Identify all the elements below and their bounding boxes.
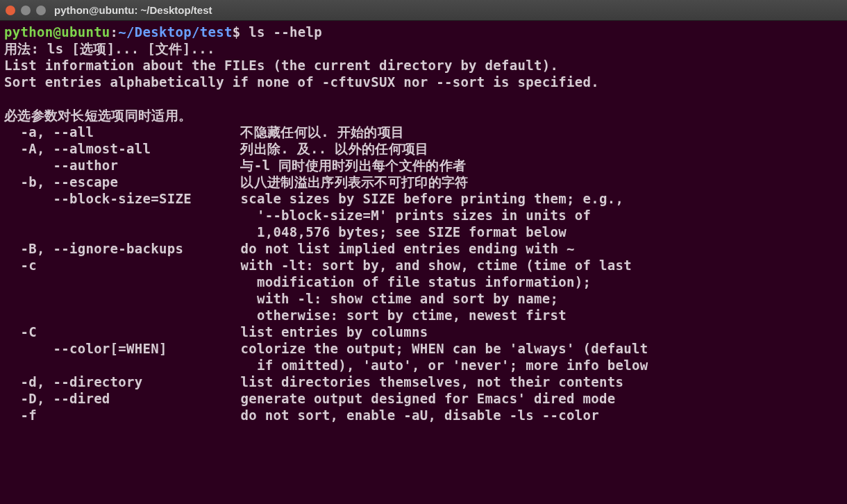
output-line: -C list entries by columns bbox=[4, 324, 428, 339]
minimize-icon[interactable] bbox=[21, 6, 31, 15]
prompt-path: ~/Desktop/test bbox=[118, 24, 232, 40]
output-line: with -l: show ctime and sort by name; bbox=[4, 291, 558, 306]
output-line: -B, --ignore-backups do not list implied… bbox=[4, 241, 575, 256]
output-line: 用法: ls [选项]... [文件]... bbox=[4, 41, 215, 56]
output-line: 必选参数对长短选项同时适用。 bbox=[4, 108, 192, 123]
output-line: -A, --almost-all 列出除. 及.. 以外的任何项目 bbox=[4, 141, 428, 156]
output-line: '--block-size=M' prints sizes in units o… bbox=[4, 208, 591, 223]
output-line: -c with -lt: sort by, and show, ctime (t… bbox=[4, 258, 632, 273]
window-titlebar: python@ubuntu: ~/Desktop/test bbox=[0, 0, 847, 21]
output-line: --author 与-l 同时使用时列出每个文件的作者 bbox=[4, 158, 466, 173]
output-line: 1,048,576 bytes; see SIZE format below bbox=[4, 224, 567, 240]
prompt-user-host: python@ubuntu bbox=[4, 24, 110, 40]
output-line: List information about the FILEs (the cu… bbox=[4, 58, 558, 73]
window-title: python@ubuntu: ~/Desktop/test bbox=[54, 4, 212, 16]
output-line: -b, --escape 以八进制溢出序列表示不可打印的字符 bbox=[4, 174, 469, 190]
output-line: --color[=WHEN] colorize the output; WHEN… bbox=[4, 341, 648, 356]
maximize-icon[interactable] bbox=[36, 6, 46, 15]
window-controls bbox=[6, 6, 46, 15]
prompt-dollar: $ bbox=[233, 24, 241, 40]
output-line: if omitted), 'auto', or 'never'; more in… bbox=[4, 358, 648, 373]
terminal-area[interactable]: python@ubuntu:~/Desktop/test$ ls --help … bbox=[0, 21, 847, 426]
output-line: Sort entries alphabetically if none of -… bbox=[4, 74, 599, 90]
command-text: ls --help bbox=[249, 24, 322, 40]
prompt-sep: : bbox=[110, 24, 119, 40]
output-line: -D, --dired generate output designed for… bbox=[4, 391, 615, 406]
output-line: -d, --directory list directories themsel… bbox=[4, 374, 623, 389]
output-line: -a, --all 不隐藏任何以. 开始的项目 bbox=[4, 124, 404, 140]
output-line: --block-size=SIZE scale sizes by SIZE be… bbox=[4, 191, 623, 206]
output-line: -f do not sort, enable -aU, disable -ls … bbox=[4, 408, 599, 423]
output-line: otherwise: sort by ctime, newest first bbox=[4, 308, 567, 323]
close-icon[interactable] bbox=[6, 6, 15, 15]
output-line: modification of file status information)… bbox=[4, 274, 591, 289]
